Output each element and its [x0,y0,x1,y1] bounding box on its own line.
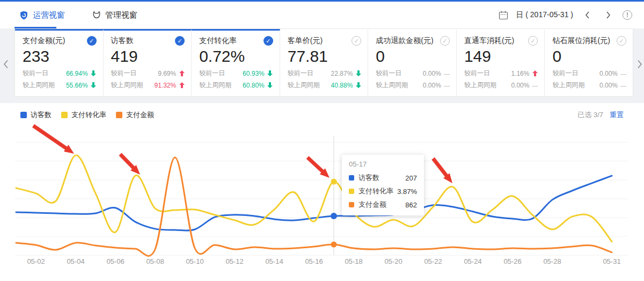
compare-value: 0.00% [511,82,529,89]
line-chart[interactable]: 05-0205-0405-0605-0805-1005-1205-1405-16… [0,120,644,281]
metric-compare-row: 较上周同期0.00%— [552,81,626,90]
trend-up-arrow-icon [179,82,185,88]
metric-card-value: 419 [111,47,185,66]
compare-value: 66.94% [66,70,88,77]
compare-label: 较前一日 [376,69,401,78]
metric-card-value: 77.81 [288,47,362,66]
compare-label: 较上周同期 [464,81,496,90]
reset-link[interactable]: 重置 [610,110,624,120]
x-axis-label: 05-26 [503,257,521,265]
compare-value: 22.87% [331,70,353,77]
trend-flat-icon: — [620,70,626,77]
metric-check-icon[interactable]: ✓ [175,36,185,46]
date-label[interactable]: 日 ( 2017-05-31 ) [516,10,573,20]
metric-card-6[interactable]: 直通车消耗(元)✓149较前一日1.16%较上周同期0.00%— [457,29,545,96]
visitors-hover-dot [331,213,337,219]
metric-cards-band: 支付金额(元)✓233较前一日66.94%较上周同期55.66%访客数✓419较… [0,28,644,103]
chevron-left-icon [585,11,590,19]
calendar-icon[interactable] [499,11,508,20]
metric-compare-row: 较上周同期55.66% [23,81,97,90]
metric-card-title: 支付金额(元) [23,36,65,46]
metric-card-2[interactable]: 访客数✓419较前一日9.69%较上周同期91.32% [104,29,192,96]
metric-compare-row: 较上周同期0.00%— [376,81,450,90]
metric-card-5[interactable]: 成功退款金额(元)✓0较前一日0.00%—较上周同期0.00%— [368,29,457,96]
chevron-right-icon [606,11,611,19]
legend-item-3[interactable]: 支付金额 [116,110,154,120]
x-axis-label: 05-12 [225,257,243,265]
metric-compare-row: 较上周同期91.32% [111,81,185,90]
compare-label: 较前一日 [288,69,313,78]
metric-card-7[interactable]: 钻石展位消耗(元)✓0较前一日0.00%—较上周同期0.00%— [545,29,633,96]
trend-flat-icon: — [444,82,450,89]
legend-swatch-icon [20,112,27,118]
tooltip-row: 支付转化率3.87% [349,186,417,196]
metric-compare-row: 较前一日60.93% [199,69,273,78]
metric-card-value: 0 [376,47,450,66]
tab-management[interactable]: 管理视窗 [87,2,143,28]
compare-value: 60.80% [243,82,265,89]
x-axis-label: 05-24 [464,257,481,265]
cards-scroll-right-icon[interactable] [637,60,642,69]
x-axis-label: 05-10 [186,257,203,265]
metric-check-icon[interactable]: ✓ [440,36,450,46]
metric-check-icon[interactable]: ✓ [264,36,273,46]
legend-label: 支付转化率 [71,110,106,120]
x-axis-label: 05-28 [543,257,561,265]
tab-operations[interactable]: 运营视窗 [14,2,70,28]
metric-check-icon[interactable]: ✓ [528,36,538,46]
metric-compare-row: 较前一日0.00%— [376,69,450,78]
legend-label: 支付金额 [126,110,154,120]
tooltip-series-value: 207 [405,174,417,182]
compare-label: 较前一日 [111,69,137,78]
metric-card-value: 0 [552,47,626,66]
metric-check-icon[interactable]: ✓ [352,36,361,46]
payment-hover-dot [331,242,337,248]
metric-card-title: 访客数 [111,36,134,46]
trend-flat-icon: — [532,82,538,89]
series-line-payment-amount [16,157,612,256]
metric-compare-row: 较上周同期40.88% [288,81,362,90]
trend-down-arrow-icon [267,82,273,88]
legend-item-2[interactable]: 支付转化率 [61,110,106,120]
legend-label: 访客数 [31,110,52,120]
date-next-button[interactable] [602,9,615,21]
metric-card-value: 233 [23,47,97,66]
compare-label: 较上周同期 [23,81,55,90]
metric-card-title: 直通车消耗(元) [464,36,514,46]
legend-item-1[interactable]: 访客数 [20,110,52,120]
info-icon[interactable]: ! [623,10,632,20]
date-controls: 日 ( 2017-05-31 ) ! [499,9,644,21]
x-axis-label: 05-14 [265,257,283,265]
x-axis-label: 05-31 [603,257,620,265]
metric-card-title: 支付转化率 [199,36,237,46]
x-axis-label: 05-06 [106,257,124,265]
x-axis-label: 05-18 [345,257,362,265]
metric-card-3[interactable]: 支付转化率✓0.72%较前一日60.93%较上周同期60.80% [192,29,280,96]
tooltip-row: 访客数207 [349,173,417,183]
compare-label: 较前一日 [199,69,225,78]
compare-label: 较前一日 [464,69,490,78]
metric-compare-row: 较前一日1.16% [464,69,538,78]
trend-down-arrow-icon [356,70,361,76]
compare-value: 60.93% [243,70,265,77]
metric-card-4[interactable]: 客单价(元)✓77.81较前一日22.87%较上周同期40.88% [280,29,369,96]
metric-card-1[interactable]: 支付金额(元)✓233较前一日66.94%较上周同期55.66% [15,29,104,96]
conversion-hover-dot [331,179,337,185]
operations-shield-icon [19,11,28,20]
tooltip-swatch-icon [349,189,354,194]
x-axis-label: 05-08 [146,257,164,265]
tab-operations-label: 运营视窗 [33,10,65,20]
x-axis-label: 05-20 [384,257,402,265]
date-prev-button[interactable] [581,9,594,21]
trend-chart-panel: 访客数支付转化率支付金额 已选 3/7 重置 05-0205-0405-0605… [0,103,644,281]
tooltip-date: 05-17 [349,160,417,168]
metric-card-value: 149 [464,47,538,66]
metric-check-icon[interactable]: ✓ [617,36,626,46]
compare-value: 0.00% [423,70,441,77]
cards-scroll-left-icon[interactable] [3,60,9,69]
tooltip-series-name: 支付金额 [358,200,386,210]
metric-card-value: 0.72% [199,47,273,66]
metric-check-icon[interactable]: ✓ [87,36,97,46]
trend-flat-icon: — [444,70,450,77]
compare-value: 0.00% [423,82,441,89]
